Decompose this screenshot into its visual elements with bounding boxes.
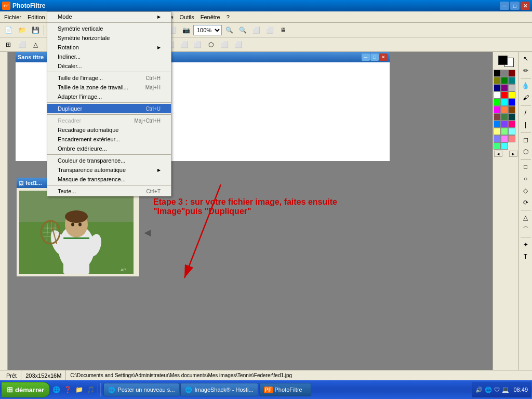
tb2-btn2[interactable]: ⬜ bbox=[16, 39, 28, 50]
close-button[interactable]: ✕ bbox=[521, 2, 530, 10]
tool-curve[interactable]: ⌒ bbox=[520, 224, 531, 235]
color-swatch[interactable] bbox=[494, 135, 501, 142]
tool-brush2[interactable]: | bbox=[520, 119, 531, 130]
color-swatch[interactable] bbox=[508, 106, 515, 113]
color-swatch[interactable] bbox=[501, 106, 508, 113]
color-swatch[interactable] bbox=[508, 77, 515, 84]
palette-scroll-left[interactable]: ◄ bbox=[494, 151, 502, 157]
color-swatch[interactable] bbox=[508, 70, 515, 77]
tb2-btn16[interactable]: ⬡ bbox=[205, 39, 217, 50]
btn10[interactable]: 📷 bbox=[180, 24, 192, 36]
tool-lasso[interactable]: ⟳ bbox=[520, 197, 531, 208]
tool-triangle[interactable]: △ bbox=[520, 212, 531, 223]
color-swatch[interactable] bbox=[501, 113, 508, 121]
new-button[interactable]: 📄 bbox=[2, 24, 15, 36]
color-swatch[interactable] bbox=[494, 121, 501, 128]
maximize-button[interactable]: □ bbox=[510, 2, 520, 10]
color-swatch[interactable] bbox=[501, 77, 508, 84]
menu-couleur-transp[interactable]: Couleur de transparence... bbox=[47, 156, 171, 165]
menu-texte[interactable]: Texte... Ctrl+T bbox=[47, 187, 171, 196]
color-swatch[interactable] bbox=[508, 128, 515, 135]
menu-sym-verticale[interactable]: Symétrie verticale bbox=[47, 24, 171, 33]
color-swatch[interactable] bbox=[494, 128, 501, 135]
zoom-select[interactable]: 100% 50% 200% bbox=[193, 25, 222, 35]
palette-scroll-right[interactable]: ► bbox=[509, 151, 517, 157]
start-button[interactable]: ⊞ démarrer bbox=[1, 382, 50, 397]
color-swatch[interactable] bbox=[494, 99, 501, 106]
tb2-btn1[interactable]: ⊞ bbox=[2, 39, 15, 50]
ql-media[interactable]: 🎵 bbox=[85, 384, 96, 395]
color-swatch[interactable] bbox=[508, 84, 515, 91]
menu-help[interactable]: ? bbox=[223, 12, 233, 22]
tool-pencil[interactable]: ✏ bbox=[520, 65, 531, 76]
color-swatch[interactable] bbox=[508, 121, 515, 128]
color-swatch[interactable] bbox=[508, 113, 515, 121]
menu-ombre[interactable]: Ombre extérieure... bbox=[47, 144, 171, 153]
menu-recadrage-auto[interactable]: Recadrage automatique bbox=[47, 125, 171, 135]
save-button[interactable]: 💾 bbox=[29, 24, 42, 36]
menu-taille-zone[interactable]: Taille de la zone de travail... Maj+H bbox=[47, 83, 171, 92]
zoom-out[interactable]: 🔍 bbox=[223, 24, 235, 36]
color-swatch[interactable] bbox=[508, 91, 515, 99]
tool-text[interactable]: T bbox=[520, 251, 531, 262]
btn15[interactable]: 🖥 bbox=[277, 24, 289, 36]
color-swatch[interactable] bbox=[501, 91, 508, 99]
menu-transp-auto[interactable]: Transparence automatique bbox=[47, 165, 171, 175]
tool-rect[interactable]: □ bbox=[520, 161, 531, 172]
menu-mode[interactable]: Mode bbox=[47, 12, 171, 21]
color-swatch[interactable] bbox=[501, 128, 508, 135]
btn13[interactable]: ⬜ bbox=[250, 24, 262, 36]
menu-outils[interactable]: Outils bbox=[177, 12, 197, 22]
menu-decaler[interactable]: Décaler... bbox=[47, 61, 171, 71]
sub-max-button[interactable]: □ bbox=[370, 54, 379, 61]
taskbar-poster[interactable]: 🌐 Poster un nouveau s... bbox=[103, 383, 179, 396]
menu-edition[interactable]: Edition bbox=[24, 12, 48, 22]
color-swatch[interactable] bbox=[501, 121, 508, 128]
color-swatch[interactable] bbox=[501, 70, 508, 77]
color-swatch[interactable] bbox=[494, 77, 501, 84]
menu-fenetre[interactable]: Fenêtre bbox=[197, 12, 223, 22]
ql-help[interactable]: ❓ bbox=[62, 384, 73, 395]
color-swatch[interactable] bbox=[508, 135, 515, 142]
tb2-btn3[interactable]: △ bbox=[29, 39, 42, 50]
color-swatch[interactable] bbox=[501, 142, 508, 150]
tb2-btn15[interactable]: ⬜ bbox=[191, 39, 204, 50]
zoom-in[interactable]: 🔍 bbox=[236, 24, 249, 36]
color-swatch[interactable] bbox=[494, 142, 501, 150]
color-swatch[interactable] bbox=[501, 99, 508, 106]
color-swatch[interactable] bbox=[494, 91, 501, 99]
tool-stamp[interactable]: ⬡ bbox=[520, 146, 531, 157]
menu-rotation[interactable]: Rotation bbox=[47, 43, 171, 52]
tool-paint[interactable]: 🖌 bbox=[520, 92, 531, 103]
tool-spray[interactable]: ✦ bbox=[520, 239, 531, 250]
tb2-btn18[interactable]: ⬜ bbox=[232, 39, 244, 50]
minimize-button[interactable]: ─ bbox=[500, 2, 509, 10]
open-button[interactable]: 📁 bbox=[16, 24, 28, 36]
color-swatch[interactable] bbox=[494, 84, 501, 91]
menu-incliner[interactable]: Incliner... bbox=[47, 52, 171, 61]
sub-close-button[interactable]: ✕ bbox=[379, 54, 388, 61]
btn14[interactable]: ⬜ bbox=[263, 24, 276, 36]
menu-adapter[interactable]: Adapter l'image... bbox=[47, 92, 171, 101]
tool-diamond[interactable]: ◇ bbox=[520, 185, 531, 196]
tool-dropper[interactable]: 💧 bbox=[520, 80, 531, 91]
color-swatch[interactable] bbox=[508, 99, 515, 106]
color-swatch[interactable] bbox=[501, 135, 508, 142]
tb2-btn14[interactable]: ⬜ bbox=[178, 39, 190, 50]
ql-folder[interactable]: 📁 bbox=[74, 384, 84, 395]
tool-ellipse[interactable]: ○ bbox=[520, 173, 531, 184]
taskbar-imageshack[interactable]: 🌐 ImageShack® - Hosti... bbox=[180, 383, 258, 396]
sub-min-button[interactable]: ─ bbox=[362, 54, 370, 61]
color-swatch[interactable] bbox=[501, 84, 508, 91]
menu-masque-transp[interactable]: Masque de transparence... bbox=[47, 175, 171, 184]
menu-encadrement[interactable]: Encadrement extérieur... bbox=[47, 135, 171, 144]
taskbar-photofiltre[interactable]: PF PhotoFiltre bbox=[259, 383, 311, 396]
ql-ie[interactable]: 🌐 bbox=[51, 384, 61, 395]
color-swatch[interactable] bbox=[494, 113, 501, 121]
menu-sym-horizontale[interactable]: Symétrie horizontale bbox=[47, 33, 171, 43]
menu-dupliquer[interactable]: Dupliquer Ctrl+U bbox=[47, 104, 171, 113]
color-swatch[interactable] bbox=[494, 70, 501, 77]
tool-eraser[interactable]: ◻ bbox=[520, 134, 531, 145]
tb2-btn17[interactable]: ⬜ bbox=[218, 39, 231, 50]
menu-taille-image[interactable]: Taille de l'image... Ctrl+H bbox=[47, 73, 171, 83]
